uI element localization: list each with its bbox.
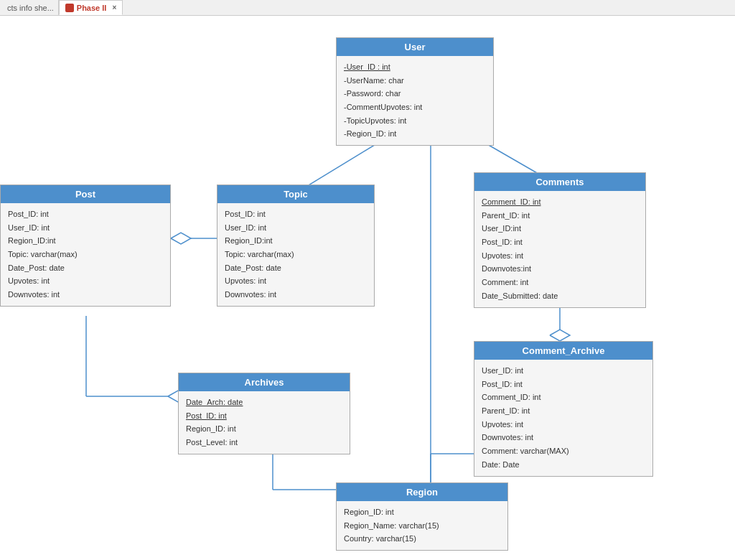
field-comment-6: Downvotes:int bbox=[482, 262, 638, 276]
field-post-7: Downvotes: int bbox=[8, 288, 163, 302]
entity-region-header: Region bbox=[337, 483, 507, 501]
field-comment-2: Parent_ID: int bbox=[482, 209, 638, 223]
field-comment-4: Post_ID: int bbox=[482, 235, 638, 249]
entity-comments-header: Comments bbox=[474, 173, 645, 191]
field-arch-2: Post_ID: int bbox=[186, 409, 342, 423]
field-user-6: -Region_ID: int bbox=[344, 127, 486, 141]
field-region-2: Region_Name: varchar(15) bbox=[344, 519, 500, 533]
entity-user-title: User bbox=[405, 42, 426, 52]
entity-region: Region Region_ID: int Region_Name: varch… bbox=[336, 482, 508, 551]
field-region-3: Country: varchar(15) bbox=[344, 532, 500, 546]
field-ca-7: Comment: varchar(MAX) bbox=[482, 444, 645, 458]
field-comment-3: User_ID:int bbox=[482, 222, 638, 235]
tab-bar: cts info she... Phase II × bbox=[0, 0, 735, 16]
field-ca-6: Downvotes: int bbox=[482, 431, 645, 444]
field-ca-1: User_ID: int bbox=[482, 364, 645, 378]
entity-post: Post Post_ID: int User_ID: int Region_ID… bbox=[0, 185, 171, 307]
entity-region-title: Region bbox=[406, 487, 438, 498]
tab-prev-label: cts info she... bbox=[7, 4, 54, 12]
field-user-2: -UserName: char bbox=[344, 74, 486, 88]
entity-archives: Archives Date_Arch: date Post_ID: int Re… bbox=[178, 373, 350, 454]
tab-prev[interactable]: cts info she... bbox=[3, 0, 59, 15]
entity-comment-archive-title: Comment_Archive bbox=[523, 345, 605, 356]
field-comment-5: Upvotes: int bbox=[482, 249, 638, 263]
field-topic-4: Topic: varchar(max) bbox=[225, 248, 367, 261]
field-comment-1: Comment_ID: int bbox=[482, 195, 638, 209]
entity-comments: Comments Comment_ID: int Parent_ID: int … bbox=[474, 172, 646, 308]
field-comment-8: Date_Submitted: date bbox=[482, 289, 638, 303]
entity-user-body: -User_ID : int -UserName: char -Password… bbox=[337, 56, 493, 145]
entity-user: User -User_ID : int -UserName: char -Pas… bbox=[336, 37, 494, 146]
entity-comment-archive-header: Comment_Archive bbox=[474, 342, 652, 360]
tab-active[interactable]: Phase II × bbox=[59, 0, 123, 15]
entity-user-header: User bbox=[337, 38, 493, 56]
field-ca-5: Upvotes: int bbox=[482, 418, 645, 431]
svg-line-1 bbox=[482, 141, 538, 174]
field-user-5: -TopicUpvotes: int bbox=[344, 114, 486, 128]
entity-comment-archive-body: User_ID: int Post_ID: int Comment_ID: in… bbox=[474, 360, 652, 476]
field-post-2: User_ID: int bbox=[8, 221, 163, 235]
field-topic-7: Downvotes: int bbox=[225, 288, 367, 302]
field-post-4: Topic: varchar(max) bbox=[8, 248, 163, 261]
entity-comments-body: Comment_ID: int Parent_ID: int User_ID:i… bbox=[474, 191, 645, 307]
field-ca-3: Comment_ID: int bbox=[482, 391, 645, 404]
tab-active-label: Phase II bbox=[77, 4, 107, 12]
entity-post-body: Post_ID: int User_ID: int Region_ID:int … bbox=[1, 203, 170, 306]
field-post-5: Date_Post: date bbox=[8, 261, 163, 275]
field-topic-3: Region_ID:int bbox=[225, 234, 367, 248]
field-post-6: Upvotes: int bbox=[8, 274, 163, 288]
entity-post-title: Post bbox=[75, 189, 95, 200]
erd-canvas: User -User_ID : int -UserName: char -Pas… bbox=[0, 16, 735, 560]
entity-archives-body: Date_Arch: date Post_ID: int Region_ID: … bbox=[179, 391, 350, 454]
entity-post-header: Post bbox=[1, 185, 170, 203]
field-arch-3: Region_ID: int bbox=[186, 422, 342, 436]
entity-topic: Topic Post_ID: int User_ID: int Region_I… bbox=[217, 185, 375, 307]
entity-topic-body: Post_ID: int User_ID: int Region_ID:int … bbox=[217, 203, 374, 306]
entity-region-body: Region_ID: int Region_Name: varchar(15) … bbox=[337, 501, 507, 550]
field-topic-1: Post_ID: int bbox=[225, 207, 367, 221]
field-user-4: -CommentUpvotes: int bbox=[344, 101, 486, 114]
tab-close-button[interactable]: × bbox=[112, 4, 116, 11]
entity-topic-header: Topic bbox=[217, 185, 374, 203]
field-region-1: Region_ID: int bbox=[344, 505, 500, 519]
field-topic-5: Date_Post: date bbox=[225, 261, 367, 275]
field-topic-6: Upvotes: int bbox=[225, 274, 367, 288]
field-comment-7: Comment: int bbox=[482, 276, 638, 289]
field-arch-4: Post_Level: int bbox=[186, 436, 342, 449]
field-user-3: -Password: char bbox=[344, 87, 486, 101]
field-ca-8: Date: Date bbox=[482, 458, 645, 472]
field-topic-2: User_ID: int bbox=[225, 221, 367, 235]
tab-icon bbox=[65, 4, 74, 12]
entity-topic-title: Topic bbox=[284, 189, 308, 200]
field-arch-1: Date_Arch: date bbox=[186, 396, 342, 409]
field-user-1: -User_ID : int bbox=[344, 60, 486, 74]
entity-comments-title: Comments bbox=[535, 177, 584, 187]
field-post-3: Region_ID:int bbox=[8, 234, 163, 248]
entity-archives-header: Archives bbox=[179, 373, 350, 391]
field-ca-2: Post_ID: int bbox=[482, 378, 645, 391]
field-ca-4: Parent_ID: int bbox=[482, 404, 645, 418]
entity-archives-title: Archives bbox=[245, 377, 284, 388]
field-post-1: Post_ID: int bbox=[8, 207, 163, 221]
entity-comment-archive: Comment_Archive User_ID: int Post_ID: in… bbox=[474, 341, 653, 477]
